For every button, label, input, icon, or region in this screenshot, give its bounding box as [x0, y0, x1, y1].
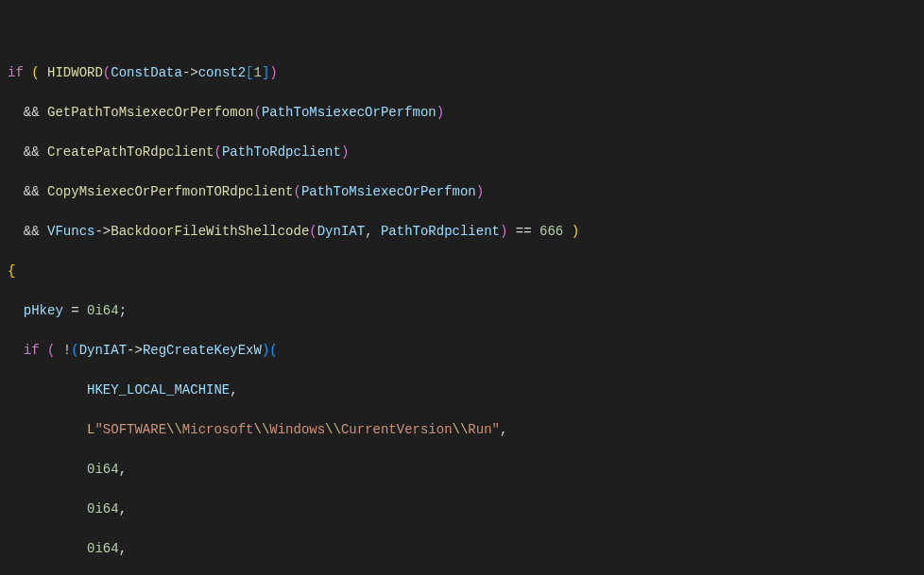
code-token: 0i64	[87, 501, 119, 516]
code-token: ,	[119, 501, 127, 516]
code-token: (	[31, 65, 39, 80]
code-token: HIDWORD	[47, 65, 103, 80]
code-token: ,	[119, 462, 127, 477]
code-token: (	[253, 105, 261, 120]
code-token: const2	[198, 65, 246, 80]
code-line[interactable]: if ( HIDWORD(ConstData->const2[1])	[8, 63, 916, 83]
code-token: [	[246, 65, 253, 80]
code-token: 1	[254, 65, 262, 80]
code-token: DynIAT	[317, 224, 365, 239]
code-token	[8, 105, 24, 120]
code-token: "SOFTWARE	[94, 422, 166, 437]
code-token: if	[24, 343, 40, 358]
code-line[interactable]: && VFuncs->BackdoorFileWithShellcode(Dyn…	[8, 222, 916, 242]
code-token: \\	[453, 422, 469, 437]
code-token: &&	[24, 105, 47, 120]
code-token: (	[214, 144, 221, 160]
code-token: PathToRdpclient	[381, 224, 500, 239]
code-token: DynIAT	[79, 343, 127, 358]
code-token: Run"	[468, 422, 500, 437]
code-token: ,	[500, 422, 507, 437]
code-token: )	[476, 184, 484, 199]
code-token: )	[572, 224, 579, 239]
code-token: \\	[253, 422, 269, 437]
code-token	[8, 422, 87, 437]
code-line[interactable]: && CopyMsiexecOrPerfmonTORdpclient(PathT…	[8, 182, 916, 202]
code-token: ;	[119, 303, 127, 318]
decompiler-code-view[interactable]: if ( HIDWORD(ConstData->const2[1]) && Ge…	[8, 63, 916, 575]
code-token: 666	[539, 224, 563, 239]
code-line[interactable]: if ( !(DynIAT->RegCreateKeyExW)(	[8, 341, 916, 361]
code-token: ->	[182, 65, 198, 80]
code-line[interactable]: pHkey = 0i64;	[8, 301, 916, 321]
code-token	[24, 65, 31, 80]
code-line[interactable]: {	[8, 262, 916, 281]
code-token: 0i64	[87, 541, 119, 556]
code-line[interactable]: && GetPathToMsiexecOrPerfomon(PathToMsie…	[8, 103, 916, 123]
code-token: GetPathToMsiexecOrPerfomon	[47, 105, 253, 120]
code-token: if	[8, 65, 24, 80]
code-token: PathToMsiexecOrPerfmon	[301, 184, 476, 199]
code-token	[8, 501, 87, 516]
code-token: PathToMsiexecOrPerfmon	[262, 105, 436, 120]
code-token: ConstData	[111, 65, 182, 80]
code-token: CurrentVersion	[341, 422, 453, 437]
code-token: )	[341, 144, 349, 160]
code-token	[8, 144, 24, 160]
code-token	[8, 343, 24, 358]
code-line[interactable]: 0i64,	[8, 499, 916, 519]
code-token: !	[55, 343, 71, 358]
code-token: Microsoft	[182, 422, 254, 437]
code-token: ->	[127, 343, 143, 358]
code-token: CopyMsiexecOrPerfmonTORdpclient	[47, 184, 293, 199]
code-token: )	[436, 105, 444, 120]
code-token: )	[269, 65, 277, 80]
code-token	[8, 541, 87, 556]
code-token	[8, 462, 87, 477]
code-token: =	[63, 303, 87, 318]
code-token: pHkey	[24, 303, 63, 318]
code-line[interactable]: 0i64,	[8, 539, 916, 559]
code-token: &&	[24, 184, 47, 199]
code-token: VFuncs	[47, 224, 94, 239]
code-token	[563, 224, 571, 239]
code-token	[8, 224, 24, 239]
code-token: (	[71, 343, 78, 358]
code-line[interactable]: && CreatePathToRdpclient(PathToRdpclient…	[8, 143, 916, 162]
code-token: ==	[507, 224, 539, 239]
code-token: (	[103, 65, 111, 80]
code-token: 0i64	[87, 303, 119, 318]
code-token: PathToRdpclient	[222, 144, 341, 160]
code-token: (	[269, 343, 277, 358]
code-line[interactable]: 0i64,	[8, 460, 916, 480]
code-token: CreatePathToRdpclient	[47, 144, 214, 160]
code-line[interactable]: HKEY_LOCAL_MACHINE,	[8, 381, 916, 400]
code-token: {	[8, 263, 15, 279]
code-token: 0i64	[87, 462, 119, 477]
code-token	[8, 184, 24, 199]
code-token: ,	[119, 541, 127, 556]
code-token: ,	[365, 224, 381, 239]
code-token	[40, 65, 47, 80]
code-token: HKEY_LOCAL_MACHINE	[87, 382, 230, 397]
code-line[interactable]: L"SOFTWARE\\Microsoft\\Windows\\CurrentV…	[8, 420, 916, 440]
code-token: \\	[166, 422, 182, 437]
code-token: (	[309, 224, 317, 239]
code-token: &&	[24, 224, 47, 239]
code-token: BackdoorFileWithShellcode	[111, 224, 309, 239]
code-token	[8, 303, 24, 318]
code-token: \\	[325, 422, 341, 437]
code-token: (	[293, 184, 300, 199]
code-token	[40, 343, 47, 358]
code-token: ,	[230, 382, 237, 397]
code-token: &&	[24, 144, 47, 160]
code-token: ->	[94, 224, 111, 239]
code-token	[8, 382, 87, 397]
code-token: Windows	[269, 422, 325, 437]
code-token: RegCreateKeyExW	[143, 343, 262, 358]
